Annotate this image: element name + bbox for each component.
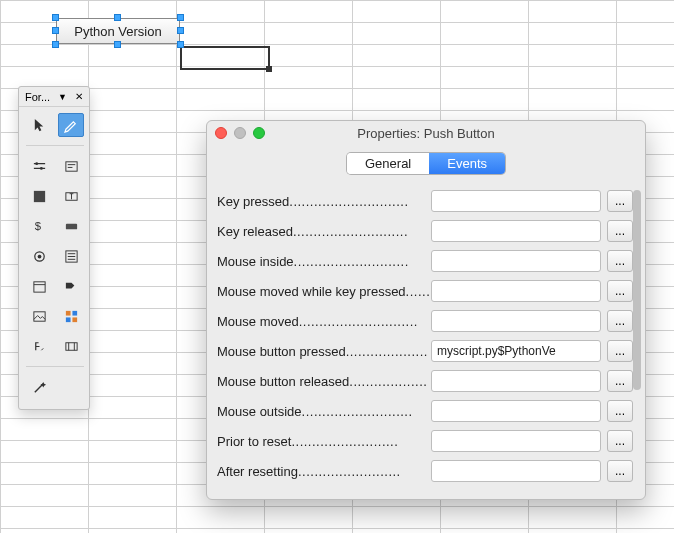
event-label: Mouse outside...........................: [217, 404, 431, 419]
dialog-tabbar: General Events: [207, 145, 645, 184]
resize-handle[interactable]: [52, 27, 59, 34]
window-zoom-icon[interactable]: [253, 127, 265, 139]
scrollbar-thumb[interactable]: [633, 190, 641, 390]
event-label: Mouse moved while key pressed...........: [217, 284, 431, 299]
event-label: Mouse button released...................: [217, 374, 431, 389]
cell-cursor[interactable]: [180, 46, 270, 70]
event-row: Mouse moved.............................…: [217, 306, 633, 336]
event-value-input[interactable]: [431, 370, 601, 392]
event-row: Mouse button released...................…: [217, 366, 633, 396]
textbox-icon[interactable]: [58, 184, 84, 208]
event-picker-button[interactable]: ...: [607, 250, 633, 272]
event-row: Prior to reset..........................…: [217, 426, 633, 456]
resize-handle[interactable]: [177, 27, 184, 34]
groupbox-icon[interactable]: [26, 184, 52, 208]
toolbox-title-text: For...: [25, 91, 50, 103]
event-value-input[interactable]: [431, 190, 601, 212]
event-picker-button[interactable]: ...: [607, 370, 633, 392]
svg-rect-15: [72, 317, 77, 322]
button-icon[interactable]: [58, 214, 84, 238]
radio-icon[interactable]: [26, 244, 52, 268]
event-picker-button[interactable]: ...: [607, 280, 633, 302]
form-controls-toolbox[interactable]: For... ▼ ✕ $: [18, 86, 90, 410]
event-picker-button[interactable]: ...: [607, 430, 633, 452]
event-label: Mouse button pressed....................: [217, 344, 431, 359]
pointer-icon[interactable]: [26, 113, 52, 137]
window-minimize-icon[interactable]: [234, 127, 246, 139]
push-button-label: Python Version: [74, 24, 161, 39]
event-row: Key released............................…: [217, 216, 633, 246]
svg-rect-13: [72, 310, 77, 315]
event-row: After resetting.........................…: [217, 456, 633, 486]
event-label: Key pressed.............................: [217, 194, 431, 209]
pattern-icon[interactable]: [58, 304, 84, 328]
event-value-input[interactable]: [431, 250, 601, 272]
event-value-input[interactable]: [431, 400, 601, 422]
scrollbar-icon[interactable]: [26, 154, 52, 178]
event-label: Mouse moved.............................: [217, 314, 431, 329]
event-value-input[interactable]: [431, 310, 601, 332]
svg-rect-12: [65, 310, 70, 315]
event-value-input[interactable]: [431, 340, 601, 362]
event-picker-button[interactable]: ...: [607, 190, 633, 212]
resize-handle[interactable]: [114, 41, 121, 48]
svg-rect-2: [65, 161, 76, 170]
currency-icon[interactable]: $: [26, 214, 52, 238]
event-row: Mouse inside............................…: [217, 246, 633, 276]
dialog-title: Properties: Push Button: [207, 126, 645, 141]
window-close-icon[interactable]: [215, 127, 227, 139]
event-row: Mouse moved while key pressed...........…: [217, 276, 633, 306]
event-label: Prior to reset..........................: [217, 434, 431, 449]
tab-events[interactable]: Events: [429, 153, 505, 174]
image-icon[interactable]: [26, 304, 52, 328]
wizard-icon[interactable]: [26, 375, 52, 399]
svg-rect-6: [65, 223, 76, 229]
toolbox-menu-icon[interactable]: ▼: [58, 92, 67, 102]
event-picker-button[interactable]: ...: [607, 220, 633, 242]
event-value-input[interactable]: [431, 220, 601, 242]
label-icon[interactable]: [58, 154, 84, 178]
pencil-icon[interactable]: [58, 113, 84, 137]
svg-rect-10: [33, 281, 44, 291]
resize-handle[interactable]: [52, 41, 59, 48]
formatted-icon[interactable]: [26, 334, 52, 358]
svg-point-8: [37, 254, 41, 258]
toolbox-titlebar[interactable]: For... ▼ ✕: [19, 87, 89, 107]
dialog-titlebar[interactable]: Properties: Push Button: [207, 121, 645, 145]
event-row: Key pressed.............................…: [217, 186, 633, 216]
event-picker-button[interactable]: ...: [607, 340, 633, 362]
event-row: Mouse outside...........................…: [217, 396, 633, 426]
more-icon[interactable]: [58, 274, 84, 298]
event-picker-button[interactable]: ...: [607, 400, 633, 422]
svg-text:$: $: [34, 220, 41, 232]
svg-rect-16: [65, 342, 76, 350]
dialog-scrollbar[interactable]: [633, 190, 641, 489]
svg-rect-11: [33, 311, 44, 320]
svg-rect-3: [33, 190, 44, 201]
event-value-input[interactable]: [431, 430, 601, 452]
event-value-input[interactable]: [431, 460, 601, 482]
resize-handle[interactable]: [177, 14, 184, 21]
nav-icon[interactable]: [58, 334, 84, 358]
event-picker-button[interactable]: ...: [607, 460, 633, 482]
tab-general[interactable]: General: [347, 153, 429, 174]
resize-handle[interactable]: [52, 14, 59, 21]
listbox-icon[interactable]: [58, 244, 84, 268]
properties-dialog[interactable]: Properties: Push Button General Events K…: [206, 120, 646, 500]
toolbox-close-icon[interactable]: ✕: [75, 91, 83, 102]
svg-point-1: [39, 166, 42, 169]
svg-point-0: [35, 162, 38, 165]
resize-handle[interactable]: [114, 14, 121, 21]
svg-rect-14: [65, 317, 70, 322]
resize-handle[interactable]: [177, 41, 184, 48]
date-icon[interactable]: [26, 274, 52, 298]
event-row: Mouse button pressed....................…: [217, 336, 633, 366]
sheet-button-selection[interactable]: Python Version: [56, 18, 180, 44]
event-picker-button[interactable]: ...: [607, 310, 633, 332]
event-value-input[interactable]: [431, 280, 601, 302]
event-label: Mouse inside............................: [217, 254, 431, 269]
event-label: Key released............................: [217, 224, 431, 239]
event-label: After resetting.........................: [217, 464, 431, 479]
